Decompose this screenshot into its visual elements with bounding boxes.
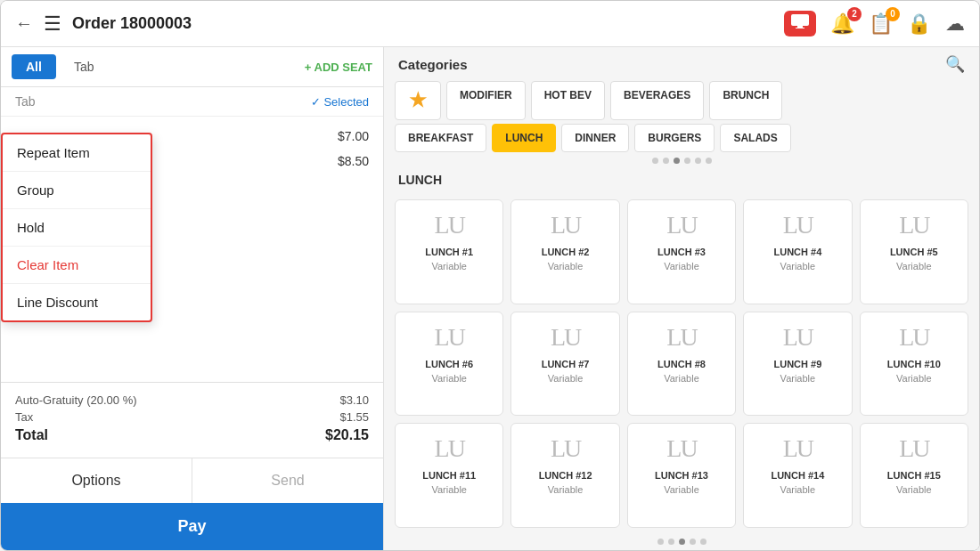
tab-burgers[interactable]: BURGERS (634, 124, 715, 152)
lunch-section-label: LUNCH (384, 167, 979, 192)
lock-icon-button[interactable]: 🔒 (907, 12, 931, 36)
menu-item-3[interactable]: LU LUNCH #3 Variable (627, 199, 736, 304)
menu-item-4[interactable]: LU LUNCH #4 Variable (743, 199, 852, 304)
tab-hot-bev[interactable]: HOT BEV (531, 81, 605, 120)
screen-icon-button[interactable] (784, 11, 816, 36)
tab-star[interactable]: ★ (395, 81, 441, 120)
header: ← ☰ Order 18000003 🔔 2 📋 0 🔒 (1, 1, 979, 47)
item-price-1: $7.00 (338, 129, 369, 143)
menu-item-12[interactable]: LU LUNCH #12 Variable (510, 423, 619, 528)
menu-item-8[interactable]: LU LUNCH #8 Variable (627, 312, 736, 417)
action-buttons: Options Send (1, 458, 383, 503)
menu-item-logo: LU (899, 434, 928, 463)
menu-item-15[interactable]: LU LUNCH #15 Variable (860, 423, 968, 528)
section-tab-label: Tab (15, 94, 36, 109)
total-label: Total (15, 427, 48, 443)
dot-3 (674, 158, 680, 164)
menu-item-logo: LU (435, 434, 464, 463)
svg-rect-1 (797, 26, 803, 28)
menu-item-name: LUNCH #7 (542, 359, 590, 369)
menu-item-logo: LU (435, 211, 464, 239)
context-menu-repeat-item[interactable]: Repeat Item (3, 134, 151, 172)
category-tabs-row2: BREAKFAST LUNCH DINNER BURGERS SALADS (384, 124, 979, 156)
tab-lunch[interactable]: LUNCH (492, 124, 556, 152)
tab-breakfast[interactable]: BREAKFAST (395, 124, 486, 152)
tab-dinner[interactable]: DINNER (561, 124, 629, 152)
menu-item-name: LUNCH #11 (422, 470, 476, 481)
menu-item-price: Variable (548, 484, 584, 495)
star-icon: ★ (409, 89, 427, 112)
context-menu-hold[interactable]: Hold (3, 209, 151, 247)
dot-2 (663, 158, 669, 164)
tab-all[interactable]: All (12, 54, 56, 79)
tab-brunch[interactable]: BRUNCH (709, 81, 782, 120)
send-button[interactable]: Send (192, 458, 383, 503)
menu-item-10[interactable]: LU LUNCH #10 Variable (860, 312, 968, 417)
menu-item-logo: LU (783, 323, 813, 352)
menu-item-7[interactable]: LU LUNCH #7 Variable (510, 312, 619, 417)
menu-item-logo: LU (899, 211, 928, 239)
auto-gratuity-row: Auto-Gratuity (20.00 %) $3.10 (15, 393, 369, 407)
menu-item-price: Variable (896, 373, 932, 384)
svg-rect-0 (791, 14, 809, 26)
order-title: Order 18000003 (72, 14, 773, 33)
menu-item-name: LUNCH #1 (425, 247, 473, 257)
tab-beverages[interactable]: BEVERAGES (610, 81, 704, 120)
main-content: All Tab + ADD SEAT Tab ✓ Selected $7.00 (1, 47, 979, 550)
tab-modifier[interactable]: MODIFIER (446, 81, 526, 120)
selected-label: ✓ Selected (311, 94, 369, 109)
menu-item-name: LUNCH #5 (890, 247, 938, 257)
total-row: Total $20.15 (15, 427, 369, 443)
back-button[interactable]: ← (15, 13, 33, 34)
cloud-icon-button[interactable]: ☁ (945, 12, 965, 36)
options-button[interactable]: Options (1, 458, 192, 503)
dot-5 (695, 158, 701, 164)
menu-item-11[interactable]: LU LUNCH #11 Variable (395, 423, 503, 528)
menu-item-13[interactable]: LU LUNCH #13 Variable (627, 423, 736, 528)
menu-item-price: Variable (780, 373, 816, 384)
left-panel: All Tab + ADD SEAT Tab ✓ Selected $7.00 (1, 47, 384, 550)
menu-item-price: Variable (780, 484, 816, 495)
menu-item-price: Variable (431, 261, 467, 271)
bell-icon-button[interactable]: 🔔 2 (830, 12, 854, 36)
menu-item-1[interactable]: LU LUNCH #1 Variable (395, 199, 503, 304)
menu-item-price: Variable (664, 261, 699, 271)
bottom-dot-1 (657, 539, 664, 545)
menu-item-name: LUNCH #6 (425, 359, 473, 369)
tab-salads[interactable]: SALADS (720, 124, 790, 152)
add-seat-button[interactable]: + ADD SEAT (305, 61, 372, 74)
tab-tab[interactable]: Tab (63, 54, 105, 79)
search-icon[interactable]: 🔍 (945, 54, 965, 74)
tax-row: Tax $1.55 (15, 410, 369, 424)
tax-label: Tax (15, 410, 33, 424)
menu-button[interactable]: ☰ (44, 12, 61, 36)
header-icons: 🔔 2 📋 0 🔒 ☁ (784, 11, 965, 36)
menu-item-logo: LU (666, 323, 696, 352)
menu-item-name: LUNCH #9 (773, 359, 821, 369)
menu-item-9[interactable]: LU LUNCH #9 Variable (743, 312, 852, 417)
menu-item-5[interactable]: LU LUNCH #5 Variable (860, 199, 968, 304)
categories-title: Categories (398, 57, 468, 72)
context-menu-group[interactable]: Group (3, 172, 151, 209)
menu-item-price: Variable (431, 484, 467, 495)
menu-item-price: Variable (780, 261, 816, 271)
total-value: $20.15 (325, 427, 369, 443)
menu-item-logo: LU (899, 323, 928, 352)
menu-item-name: LUNCH #15 (887, 470, 941, 481)
tax-value: $1.55 (339, 410, 369, 424)
menu-item-logo: LU (783, 211, 813, 239)
bottom-dot-5 (700, 539, 706, 545)
dot-1 (652, 158, 658, 164)
context-menu-clear-item[interactable]: Clear Item (3, 247, 151, 284)
menu-item-2[interactable]: LU LUNCH #2 Variable (510, 199, 619, 304)
pay-button[interactable]: Pay (1, 503, 383, 550)
context-menu-line-discount[interactable]: Line Discount (3, 284, 151, 320)
menu-item-logo: LU (551, 323, 580, 352)
clipboard-badge: 0 (886, 7, 900, 21)
menu-item-price: Variable (896, 484, 932, 495)
menu-item-14[interactable]: LU LUNCH #14 Variable (743, 423, 852, 528)
menu-item-price: Variable (664, 484, 699, 495)
clipboard-icon-button[interactable]: 📋 0 (869, 12, 893, 36)
menu-item-name: LUNCH #13 (655, 470, 708, 481)
menu-item-6[interactable]: LU LUNCH #6 Variable (395, 312, 503, 417)
